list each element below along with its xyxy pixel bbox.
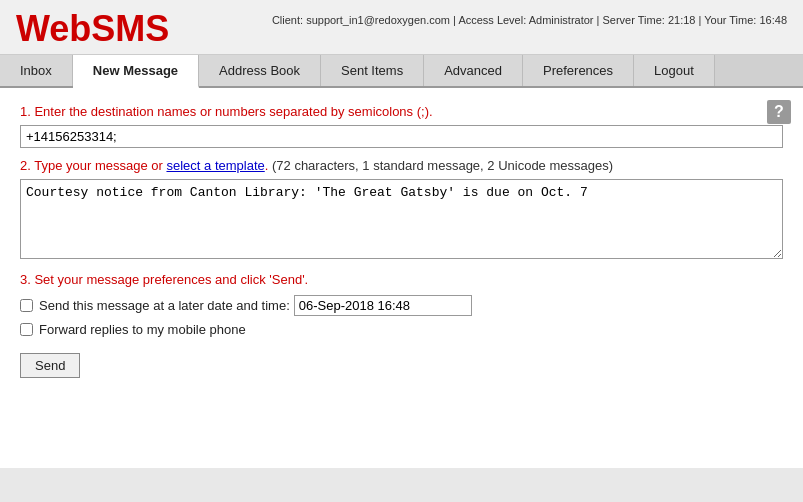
schedule-label: Send this message at a later date and ti…: [39, 298, 290, 313]
nav-logout[interactable]: Logout: [634, 55, 715, 86]
nav-sent-items[interactable]: Sent Items: [321, 55, 424, 86]
schedule-datetime-input[interactable]: [294, 295, 472, 316]
server-time-label: Server Time:: [602, 14, 664, 26]
your-time-label: Your Time:: [704, 14, 756, 26]
nav-inbox[interactable]: Inbox: [0, 55, 73, 86]
nav-advanced[interactable]: Advanced: [424, 55, 523, 86]
your-time-value: 16:48: [759, 14, 787, 26]
forward-row: Forward replies to my mobile phone: [20, 322, 783, 337]
step3-label: 3. Set your message preferences and clic…: [20, 272, 783, 287]
step2-label: 2. Type your message or select a templat…: [20, 158, 783, 173]
nav-new-message[interactable]: New Message: [73, 55, 199, 88]
client-label: Client:: [272, 14, 303, 26]
client-value: support_in1@redoxygen.com: [306, 14, 450, 26]
server-time-value: 21:18: [668, 14, 696, 26]
message-textarea[interactable]: [20, 179, 783, 259]
select-template-link[interactable]: select a template: [166, 158, 264, 173]
char-info: (72 characters, 1 standard message, 2 Un…: [272, 158, 613, 173]
send-button[interactable]: Send: [20, 353, 80, 378]
nav-address-book[interactable]: Address Book: [199, 55, 321, 86]
forward-checkbox[interactable]: [20, 323, 33, 336]
header-info: Client: support_in1@redoxygen.com | Acce…: [272, 8, 787, 30]
step1-label: 1. Enter the destination names or number…: [20, 104, 783, 119]
schedule-row: Send this message at a later date and ti…: [20, 295, 783, 316]
help-icon[interactable]: ?: [767, 100, 791, 124]
nav-preferences[interactable]: Preferences: [523, 55, 634, 86]
destination-input[interactable]: [20, 125, 783, 148]
main-nav: Inbox New Message Address Book Sent Item…: [0, 55, 803, 88]
page-header: WebSMS Client: support_in1@redoxygen.com…: [0, 0, 803, 55]
app-logo: WebSMS: [16, 8, 169, 50]
step2-text: 2. Type your message or: [20, 158, 163, 173]
schedule-checkbox[interactable]: [20, 299, 33, 312]
main-content: ? 1. Enter the destination names or numb…: [0, 88, 803, 468]
forward-label: Forward replies to my mobile phone: [39, 322, 246, 337]
access-level-value: Administrator: [529, 14, 594, 26]
access-level-label: Access Level:: [458, 14, 526, 26]
